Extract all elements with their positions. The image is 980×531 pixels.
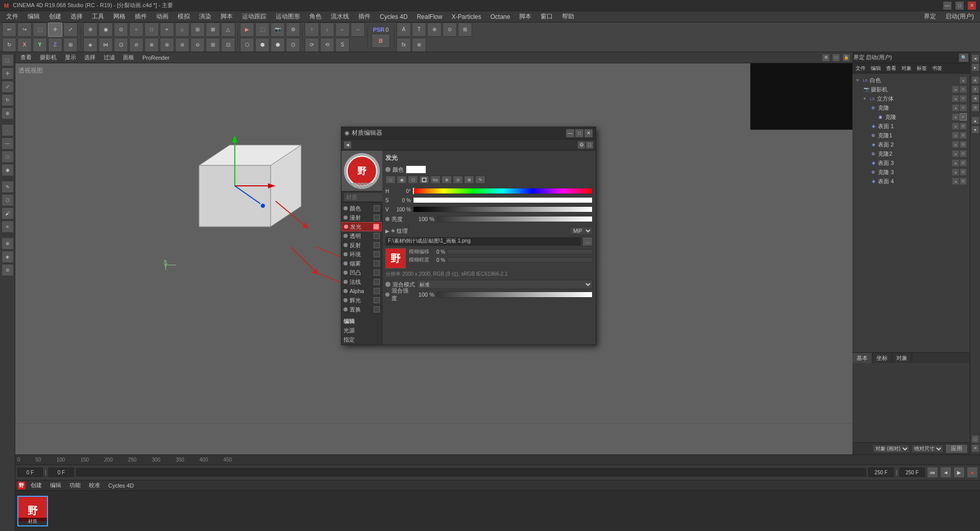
menu-tools[interactable]: 工具 — [88, 11, 108, 22]
menu-octane[interactable]: Octane — [486, 12, 514, 21]
channel-check-icon-glow2[interactable] — [374, 297, 380, 303]
timeline-scrubber[interactable] — [76, 468, 866, 476]
menu-help[interactable]: 帮助 — [558, 11, 578, 22]
channel-glow[interactable]: 发光 ✓ — [341, 222, 382, 231]
tb11[interactable]: ◈ — [83, 38, 97, 52]
tree-row-mat1[interactable]: ◉ 克隆 ● ⊞ — [854, 112, 968, 122]
bt-function[interactable]: 功能 — [66, 481, 84, 489]
mat-nav-left[interactable]: ◄ — [344, 141, 352, 149]
tb35[interactable]: ⊙ — [443, 22, 457, 37]
channel-transparent[interactable]: 透明 — [341, 231, 382, 240]
tree-vis-s4b[interactable]: ⊞ — [960, 178, 967, 185]
cm-icon-2[interactable]: ◉ — [397, 176, 407, 184]
channel-check-icon-diffuse[interactable] — [374, 214, 380, 221]
channel-fog[interactable]: 烟雾 — [341, 259, 382, 268]
hue-slider-container[interactable] — [413, 188, 593, 194]
tex-blur2-slider[interactable] — [447, 257, 593, 262]
tree-vis-s3a[interactable]: ● — [952, 159, 959, 166]
cm-icon-9[interactable]: ✎ — [475, 176, 485, 184]
sidebar-move[interactable]: ✛ — [2, 67, 14, 80]
vp-menu-prorender[interactable]: ProRender — [139, 54, 173, 62]
attr-size-select[interactable]: 绝对尺寸 — [912, 445, 943, 453]
tree-row-surface1[interactable]: ◈ 表面 1 ● ⊞ — [854, 122, 968, 131]
vp-menu-filter[interactable]: 过滤 — [101, 53, 118, 62]
obj-tab-tags[interactable]: 标签 — [915, 65, 929, 72]
tree-vis-clone1[interactable]: ● — [952, 104, 959, 111]
sidebar-rotate[interactable]: ↻ — [2, 94, 14, 106]
channel-check-normal[interactable] — [374, 279, 380, 285]
sat-slider-container[interactable] — [413, 197, 593, 203]
tb6[interactable]: ⌖ — [160, 22, 174, 37]
tree-vis-s3b[interactable]: ⊞ — [960, 159, 967, 166]
channel-alpha[interactable]: Alpha — [341, 286, 382, 296]
channel-diffuse[interactable]: 漫射 — [341, 213, 382, 222]
menu-plugin2[interactable]: 插件 — [354, 11, 375, 22]
select-button[interactable]: ⬚ — [33, 22, 47, 37]
tree-vis-cube2[interactable]: ✕ — [960, 95, 967, 102]
ri-btn-6[interactable]: ⊙ — [971, 104, 979, 112]
channel-check-icon-glow[interactable]: ✓ — [373, 224, 379, 230]
attr-mode-select[interactable]: 对象 (相对) — [873, 445, 910, 453]
texture-thumbnail[interactable]: 野 — [385, 248, 406, 269]
menu-select[interactable]: 选择 — [66, 11, 87, 22]
bt-create[interactable]: 创建 — [28, 481, 45, 489]
end-frame-input[interactable] — [868, 468, 894, 477]
tb7[interactable]: ⌂ — [175, 22, 189, 37]
tb18[interactable]: ⊝ — [190, 38, 205, 52]
menu-edit[interactable]: 编辑 — [23, 11, 44, 22]
channel-check-transparent[interactable] — [374, 233, 380, 239]
tree-row-white-layer[interactable]: ▼ L0 白色 ● — [854, 76, 968, 85]
tree-row-clone1[interactable]: ⊕ 克隆1 ● ⊞ — [854, 131, 968, 140]
sidebar-scale[interactable]: ⤢ — [2, 81, 14, 93]
channel-check-displace[interactable] — [374, 306, 380, 312]
tb33[interactable]: T — [412, 22, 426, 37]
menu-character[interactable]: 角色 — [305, 11, 326, 22]
tb28[interactable]: → — [351, 22, 365, 37]
vp-menu-display[interactable]: 显示 — [62, 53, 79, 62]
tool-all[interactable]: ⊞ — [63, 38, 78, 52]
scale-button[interactable]: ⤢ — [63, 22, 78, 37]
vp-maximize-btn[interactable]: □ — [832, 54, 840, 62]
minimize-button[interactable]: — — [943, 2, 951, 10]
tree-row-surface4[interactable]: ◈ 表面 4 ● ⊞ — [854, 177, 968, 186]
maximize-button[interactable]: □ — [955, 2, 964, 10]
ri-btn-8[interactable]: ▼ — [971, 126, 979, 134]
sidebar-weight[interactable]: ◈ — [2, 251, 14, 263]
channel-check-icon-alpha[interactable] — [374, 288, 380, 294]
val-slider-container[interactable] — [413, 206, 593, 212]
val-slider-bg[interactable] — [413, 206, 593, 212]
texture-browse-btn[interactable]: ... — [582, 237, 593, 246]
menu-region[interactable]: 界定 — [920, 11, 940, 22]
mat-thumb-1[interactable]: 野 材质 — [17, 496, 48, 526]
tree-row-cube-layer[interactable]: ▼ L0 立方体 ● ✕ — [854, 94, 968, 103]
cm-icon-1[interactable]: □ — [385, 176, 396, 184]
tb3[interactable]: ⊙ — [114, 22, 128, 37]
channel-check-icon-bump[interactable] — [374, 270, 380, 276]
tex-blur1-slider[interactable] — [447, 249, 593, 254]
sidebar-morph[interactable]: ⊜ — [2, 264, 14, 276]
tree-vis-c1b[interactable]: ⊞ — [960, 132, 967, 139]
menu-render[interactable]: 演染 — [195, 11, 215, 22]
start-frame-input[interactable] — [48, 468, 74, 477]
channel-check-icon-fog[interactable] — [374, 260, 380, 267]
menu-mesh[interactable]: 网格 — [109, 11, 130, 22]
total-frame-input[interactable] — [899, 468, 925, 477]
tb5[interactable]: □ — [144, 22, 159, 37]
channel-check-fog[interactable] — [374, 260, 380, 267]
tb31[interactable]: S — [335, 38, 350, 52]
title-bar-controls[interactable]: — □ ✕ — [943, 2, 976, 10]
tree-vis-m1a[interactable]: ● — [952, 113, 959, 120]
tree-vis-cube1[interactable]: ● — [952, 95, 959, 102]
bt-cycles[interactable]: Cycles 4D — [105, 482, 137, 489]
channel-check-glow[interactable]: ✓ — [373, 224, 379, 230]
cm-icon-5[interactable]: Ns — [430, 176, 440, 184]
tb21[interactable]: ⬡ — [240, 38, 254, 52]
sidebar-sculpt[interactable]: ⬡ — [2, 194, 14, 206]
obj-tab-file[interactable]: 文件 — [853, 65, 868, 72]
menu-motion-track[interactable]: 运动跟踪 — [238, 11, 271, 22]
vp-lock-btn[interactable]: 🔒 — [842, 54, 850, 62]
tb15[interactable]: ⊗ — [144, 38, 159, 52]
menu-script2[interactable]: 脚本 — [515, 11, 535, 22]
tree-vis-s2b[interactable]: ⊞ — [960, 141, 967, 148]
attr-tab-coord[interactable]: 坐标 — [872, 353, 892, 363]
